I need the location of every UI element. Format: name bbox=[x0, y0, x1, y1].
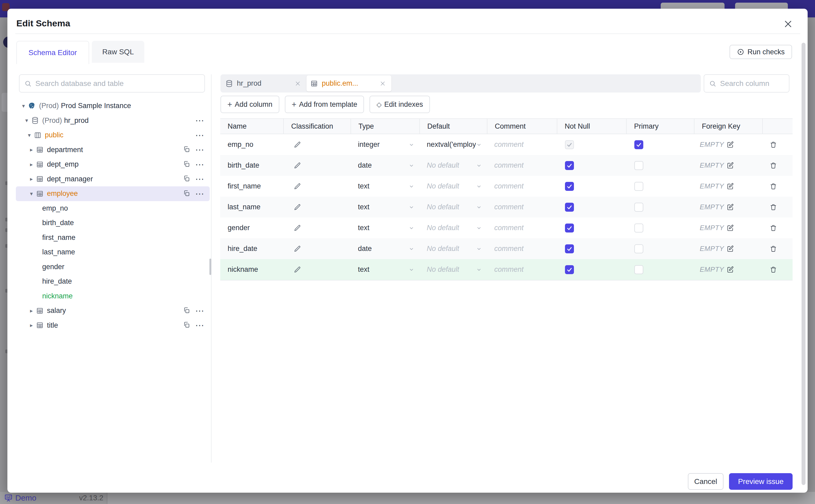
not-null-checkbox[interactable] bbox=[565, 140, 574, 149]
tree-item[interactable]: nickname bbox=[16, 289, 210, 304]
default-select[interactable]: No default bbox=[420, 238, 487, 259]
default-select[interactable]: nextval('employ bbox=[420, 134, 487, 155]
caret-icon[interactable]: ▸ bbox=[28, 161, 35, 168]
delete-column-icon[interactable] bbox=[770, 162, 777, 169]
edit-foreign-key-icon[interactable] bbox=[727, 183, 734, 190]
add-from-template-button[interactable]: + Add from template bbox=[285, 96, 364, 113]
tab-schema-editor[interactable]: Schema Editor bbox=[16, 41, 89, 64]
copy-icon[interactable] bbox=[183, 175, 191, 183]
modal-scrollbar-thumb[interactable] bbox=[802, 43, 806, 485]
tree-item[interactable]: birth_date bbox=[16, 216, 210, 230]
copy-icon[interactable] bbox=[183, 190, 191, 198]
tree-item[interactable]: ▾ employee ⋯ bbox=[16, 186, 210, 201]
not-null-checkbox[interactable] bbox=[565, 182, 574, 191]
tree-item[interactable]: ▾ public ⋯ bbox=[16, 128, 210, 143]
primary-checkbox[interactable] bbox=[634, 265, 643, 274]
panel-scrollbar-thumb[interactable] bbox=[209, 259, 211, 275]
type-select[interactable]: text bbox=[350, 217, 420, 238]
delete-column-icon[interactable] bbox=[770, 266, 777, 273]
type-select[interactable]: date bbox=[350, 155, 420, 176]
default-select[interactable]: No default bbox=[420, 197, 487, 217]
delete-column-icon[interactable] bbox=[770, 203, 777, 211]
tree-item[interactable]: ▸ dept_manager ⋯ bbox=[16, 172, 210, 187]
comment-input[interactable]: comment bbox=[487, 238, 557, 259]
comment-input[interactable]: comment bbox=[487, 134, 557, 155]
more-icon[interactable]: ⋯ bbox=[195, 133, 204, 138]
edit-classification-icon[interactable] bbox=[294, 245, 301, 253]
more-icon[interactable]: ⋯ bbox=[195, 118, 204, 123]
tree-item[interactable]: ▸ dept_emp ⋯ bbox=[16, 157, 210, 172]
comment-input[interactable]: comment bbox=[487, 176, 557, 197]
tree-item[interactable]: gender bbox=[16, 260, 210, 274]
editor-tab-database[interactable]: hr_prod bbox=[221, 75, 306, 91]
type-select[interactable]: text bbox=[350, 259, 420, 280]
comment-input[interactable]: comment bbox=[487, 155, 557, 176]
copy-icon[interactable] bbox=[183, 307, 191, 315]
type-select[interactable]: date bbox=[350, 238, 420, 259]
copy-icon[interactable] bbox=[183, 321, 191, 329]
delete-column-icon[interactable] bbox=[770, 141, 777, 148]
preview-issue-button[interactable]: Preview issue bbox=[729, 473, 793, 490]
edit-classification-icon[interactable] bbox=[294, 183, 301, 190]
caret-icon[interactable]: ▸ bbox=[28, 176, 35, 182]
caret-icon[interactable]: ▸ bbox=[28, 147, 35, 153]
default-select[interactable]: No default bbox=[420, 217, 487, 238]
close-icon[interactable] bbox=[379, 80, 387, 88]
tab-raw-sql[interactable]: Raw SQL bbox=[92, 41, 144, 63]
edit-foreign-key-icon[interactable] bbox=[727, 162, 734, 169]
primary-checkbox[interactable] bbox=[634, 244, 643, 253]
tree-item[interactable]: first_name bbox=[16, 230, 210, 245]
more-icon[interactable]: ⋯ bbox=[195, 323, 204, 328]
edit-classification-icon[interactable] bbox=[294, 162, 301, 169]
edit-indexes-button[interactable]: ◇ Edit indexes bbox=[369, 96, 430, 113]
type-select[interactable]: text bbox=[350, 197, 420, 217]
default-select[interactable]: No default bbox=[420, 176, 487, 197]
tree-item[interactable]: last_name bbox=[16, 245, 210, 260]
tree-item[interactable]: emp_no bbox=[16, 201, 210, 216]
not-null-checkbox[interactable] bbox=[565, 265, 574, 274]
type-select[interactable]: text bbox=[350, 176, 420, 197]
tree-item[interactable]: ▾ (Prod) Prod Sample Instance bbox=[16, 99, 210, 113]
database-search-input[interactable] bbox=[35, 79, 200, 88]
tree-item[interactable]: ▸ title ⋯ bbox=[16, 318, 210, 333]
comment-input[interactable]: comment bbox=[487, 197, 557, 217]
primary-checkbox[interactable] bbox=[634, 140, 643, 149]
caret-icon[interactable]: ▸ bbox=[28, 308, 35, 314]
edit-foreign-key-icon[interactable] bbox=[727, 203, 734, 211]
default-select[interactable]: No default bbox=[420, 259, 487, 280]
type-select[interactable]: integer bbox=[350, 134, 420, 155]
more-icon[interactable]: ⋯ bbox=[195, 176, 204, 182]
add-column-button[interactable]: + Add column bbox=[220, 96, 279, 113]
tree-item[interactable]: ▾ (Prod) hr_prod ⋯ bbox=[16, 113, 210, 128]
close-icon[interactable] bbox=[783, 19, 794, 30]
more-icon[interactable]: ⋯ bbox=[195, 162, 204, 167]
more-icon[interactable]: ⋯ bbox=[195, 308, 204, 313]
column-search-input[interactable] bbox=[720, 79, 784, 88]
copy-icon[interactable] bbox=[183, 161, 191, 168]
caret-icon[interactable]: ▾ bbox=[23, 117, 30, 124]
edit-foreign-key-icon[interactable] bbox=[727, 224, 734, 232]
copy-icon[interactable] bbox=[183, 146, 191, 154]
tree-item[interactable]: ▸ department ⋯ bbox=[16, 143, 210, 157]
primary-checkbox[interactable] bbox=[634, 203, 643, 212]
delete-column-icon[interactable] bbox=[770, 183, 777, 190]
delete-column-icon[interactable] bbox=[770, 224, 777, 232]
more-icon[interactable]: ⋯ bbox=[195, 191, 204, 196]
edit-foreign-key-icon[interactable] bbox=[727, 266, 734, 273]
not-null-checkbox[interactable] bbox=[565, 224, 574, 232]
caret-icon[interactable]: ▸ bbox=[28, 322, 35, 328]
comment-input[interactable]: comment bbox=[487, 259, 557, 280]
editor-tab-table[interactable]: public.em... bbox=[306, 75, 391, 91]
tree-item[interactable]: hire_date bbox=[16, 274, 210, 289]
caret-icon[interactable]: ▾ bbox=[28, 191, 35, 197]
edit-classification-icon[interactable] bbox=[294, 266, 301, 273]
database-search[interactable] bbox=[19, 74, 205, 93]
cancel-button[interactable]: Cancel bbox=[688, 473, 724, 490]
primary-checkbox[interactable] bbox=[634, 161, 643, 170]
edit-foreign-key-icon[interactable] bbox=[727, 245, 734, 253]
comment-input[interactable]: comment bbox=[487, 217, 557, 238]
run-checks-button[interactable]: Run checks bbox=[730, 45, 792, 59]
primary-checkbox[interactable] bbox=[634, 182, 643, 191]
edit-classification-icon[interactable] bbox=[294, 203, 301, 211]
primary-checkbox[interactable] bbox=[634, 224, 643, 232]
